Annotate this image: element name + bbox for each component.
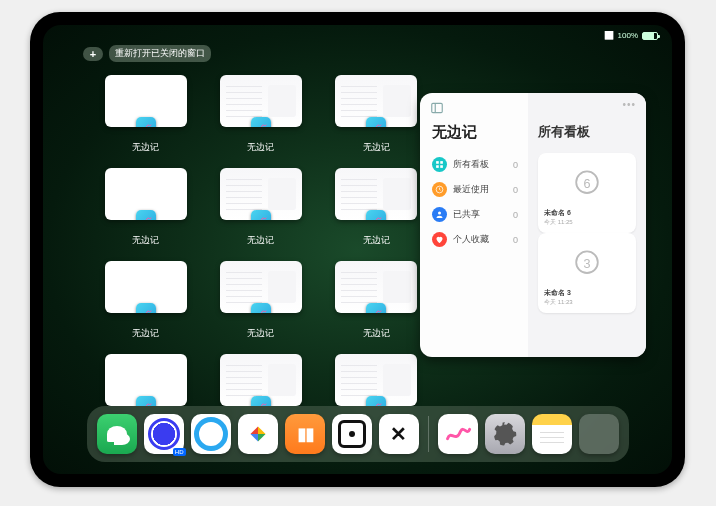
freeform-app-icon: [366, 117, 386, 127]
panel-right-column: 所有看板 6 未命名 6 今天 11:25 3 未命名 3 今天 11:23: [528, 93, 646, 357]
svg-rect-4: [436, 165, 439, 168]
dock-notes[interactable]: [532, 414, 572, 454]
svg-marker-15: [250, 434, 258, 442]
sidebar-item-count: 0: [513, 160, 518, 170]
window-thumbnail[interactable]: 无边记: [332, 75, 421, 154]
freeform-app-icon: [366, 396, 386, 406]
freeform-app-icon: [366, 303, 386, 313]
dock-app-library[interactable]: [579, 414, 619, 454]
freeform-app-icon: [136, 303, 156, 313]
window-thumb: [105, 261, 187, 313]
dock-play-store[interactable]: [238, 414, 278, 454]
screen: 100% + 重新打开已关闭的窗口 无边记 无边记 无边记 无边记 无边记: [43, 25, 672, 474]
plus-icon: +: [83, 47, 103, 61]
board-name: 未命名 6: [544, 208, 630, 218]
window-label: 无边记: [247, 327, 274, 340]
window-thumbnail[interactable]: 无边记: [216, 261, 305, 340]
wifi-icon: [604, 31, 614, 40]
dock-settings[interactable]: [485, 414, 525, 454]
grid-icon: [432, 157, 447, 172]
board-timestamp: 今天 11:23: [544, 298, 630, 307]
window-label: 无边记: [363, 234, 390, 247]
sidebar-item-label: 个人收藏: [453, 233, 489, 246]
dock-app-round-cyan[interactable]: [191, 414, 231, 454]
sidebar-item-heart[interactable]: 个人收藏 0: [432, 227, 518, 252]
window-thumbnail[interactable]: 无边记: [101, 261, 190, 340]
sidebar-item-label: 所有看板: [453, 158, 489, 171]
sidebar-item-person[interactable]: 已共享 0: [432, 202, 518, 227]
dock-app-round-blue[interactable]: HD: [144, 414, 184, 454]
board-sketch: 6: [544, 159, 630, 208]
sidebar-item-label: 已共享: [453, 208, 480, 221]
window-thumb: [335, 168, 417, 220]
dock-square-dot[interactable]: [332, 414, 372, 454]
window-thumb: [220, 168, 302, 220]
freeform-app-icon: [366, 210, 386, 220]
window-label: 无边记: [132, 141, 159, 154]
window-thumb: [335, 261, 417, 313]
sidebar-item-clock[interactable]: 最近使用 0: [432, 177, 518, 202]
battery-icon: [642, 32, 658, 40]
dock-books[interactable]: [285, 414, 325, 454]
svg-rect-5: [440, 165, 443, 168]
freeform-app-icon: [251, 396, 271, 406]
window-thumbnail[interactable]: 无边记: [216, 75, 305, 154]
window-thumb: [220, 354, 302, 406]
svg-rect-3: [440, 161, 443, 164]
window-thumb: [335, 354, 417, 406]
person-icon: [432, 207, 447, 222]
status-bar: 100%: [604, 31, 658, 40]
window-thumb: [105, 168, 187, 220]
dock: HD: [87, 406, 629, 462]
svg-marker-12: [250, 426, 258, 434]
panel-left-column: 无边记 所有看板 0 最近使用 0 已共享 0 个人收藏 0: [420, 93, 528, 357]
freeform-sidebar-panel[interactable]: ••• 无边记 所有看板 0 最近使用 0 已共享 0 个人收藏 0 所有看板 …: [420, 93, 646, 357]
svg-text:3: 3: [583, 256, 590, 270]
window-thumb: [220, 75, 302, 127]
heart-icon: [432, 232, 447, 247]
window-thumb: [220, 261, 302, 313]
clock-icon: [432, 182, 447, 197]
svg-point-7: [438, 212, 441, 215]
svg-marker-13: [258, 426, 266, 434]
freeform-app-icon: [136, 117, 156, 127]
sidebar-item-label: 最近使用: [453, 183, 489, 196]
svg-rect-2: [436, 161, 439, 164]
svg-text:6: 6: [583, 176, 590, 190]
window-expose-grid: 无边记 无边记 无边记 无边记 无边记 无边记 无边记 无边记: [101, 75, 421, 433]
window-label: 无边记: [363, 141, 390, 154]
window-label: 无边记: [132, 234, 159, 247]
reopen-closed-window-button[interactable]: + 重新打开已关闭的窗口: [83, 45, 211, 62]
window-thumb: [105, 354, 187, 406]
dock-wechat[interactable]: [97, 414, 137, 454]
dock-freeform[interactable]: [438, 414, 478, 454]
battery-percent: 100%: [618, 31, 638, 40]
freeform-app-icon: [251, 117, 271, 127]
sidebar-item-count: 0: [513, 185, 518, 195]
freeform-app-icon: [251, 303, 271, 313]
window-thumbnail[interactable]: 无边记: [332, 261, 421, 340]
window-thumbnail[interactable]: 无边记: [101, 75, 190, 154]
window-label: 无边记: [132, 327, 159, 340]
dock-dots-x[interactable]: [379, 414, 419, 454]
window-thumbnail[interactable]: 无边记: [101, 168, 190, 247]
board-card[interactable]: 6 未命名 6 今天 11:25: [538, 153, 636, 233]
hd-badge: HD: [173, 448, 186, 456]
freeform-app-icon: [136, 210, 156, 220]
panel-menu-dots-icon[interactable]: •••: [622, 99, 636, 110]
board-sketch: 3: [544, 239, 630, 288]
dock-separator: [428, 416, 429, 452]
window-thumbnail[interactable]: 无边记: [216, 168, 305, 247]
panel-right-title: 所有看板: [538, 123, 636, 141]
panel-title: 无边记: [432, 123, 518, 142]
sidebar-item-grid[interactable]: 所有看板 0: [432, 152, 518, 177]
reopen-label: 重新打开已关闭的窗口: [109, 45, 211, 62]
window-thumb: [105, 75, 187, 127]
window-label: 无边记: [247, 141, 274, 154]
sidebar-item-count: 0: [513, 235, 518, 245]
svg-marker-14: [258, 434, 266, 442]
ipad-device-frame: 100% + 重新打开已关闭的窗口 无边记 无边记 无边记 无边记 无边记: [30, 12, 685, 487]
window-thumbnail[interactable]: 无边记: [332, 168, 421, 247]
board-card[interactable]: 3 未命名 3 今天 11:23: [538, 233, 636, 313]
sidebar-toggle-icon[interactable]: [430, 101, 444, 115]
